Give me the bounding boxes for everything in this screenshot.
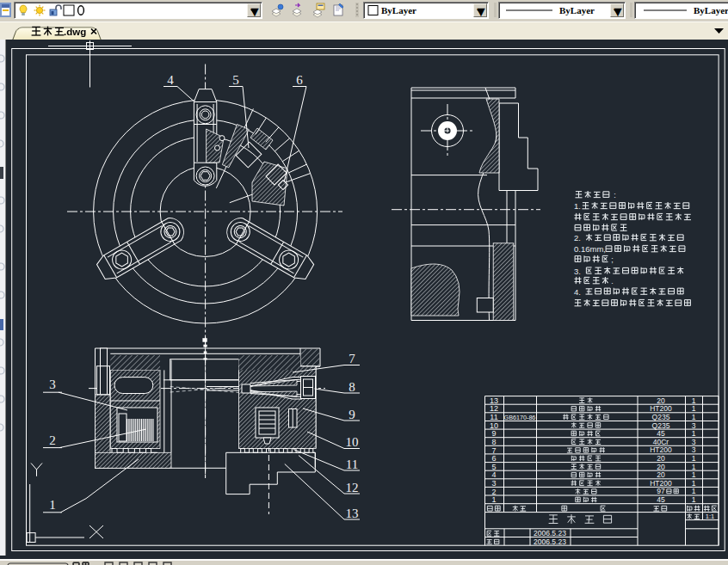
svg-text:2006.5.23: 2006.5.23: [534, 537, 566, 546]
svg-text:9: 9: [491, 429, 496, 438]
svg-text:9: 9: [349, 408, 355, 421]
svg-text:11: 11: [490, 413, 497, 421]
svg-text:1: 1: [692, 413, 696, 421]
svg-text:13: 13: [346, 507, 359, 520]
svg-text:3: 3: [692, 438, 696, 446]
svg-text:2: 2: [491, 488, 496, 496]
svg-text:12: 12: [346, 481, 359, 494]
svg-text:1.: 1.: [574, 201, 581, 211]
svg-text:97: 97: [657, 487, 665, 495]
svg-text:Q235: Q235: [652, 421, 670, 430]
svg-text:HT200: HT200: [650, 479, 672, 488]
svg-text::: :: [614, 191, 616, 200]
svg-text:1: 1: [692, 404, 696, 413]
svg-text:2.: 2.: [574, 233, 581, 243]
svg-text:5: 5: [491, 463, 496, 471]
svg-text:8: 8: [491, 438, 496, 446]
svg-text:1: 1: [692, 454, 696, 463]
svg-text:11: 11: [346, 458, 358, 471]
svg-text:12: 12: [490, 404, 498, 413]
svg-text:1:1: 1:1: [706, 513, 714, 520]
svg-text:4.: 4.: [574, 287, 581, 297]
svg-text:4: 4: [491, 470, 496, 479]
svg-text:10: 10: [490, 421, 498, 430]
svg-text:.: .: [611, 277, 614, 286]
svg-text:1: 1: [692, 429, 696, 438]
svg-text:8: 8: [349, 380, 355, 394]
svg-text:1: 1: [692, 487, 696, 495]
svg-text:3.: 3.: [574, 267, 581, 276]
svg-text:10: 10: [346, 435, 359, 449]
svg-text:7: 7: [349, 352, 355, 365]
svg-text:2: 2: [49, 433, 56, 447]
svg-text:4: 4: [167, 73, 174, 87]
svg-text:20: 20: [657, 396, 665, 405]
svg-text:1: 1: [692, 479, 696, 488]
svg-text:1: 1: [491, 495, 496, 504]
svg-text:40Cr: 40Cr: [653, 438, 669, 446]
svg-text:45: 45: [657, 495, 665, 504]
svg-text:6: 6: [491, 454, 496, 463]
svg-text:ByLayer: ByLayer: [694, 5, 728, 15]
svg-text:1: 1: [692, 463, 696, 471]
svg-text:;: ;: [611, 255, 614, 264]
svg-text:1: 1: [692, 396, 696, 405]
svg-text:ByLayer: ByLayer: [381, 5, 416, 15]
svg-text:1: 1: [692, 470, 696, 479]
svg-text:7: 7: [491, 446, 496, 455]
svg-text:HT200: HT200: [650, 404, 672, 413]
svg-text:45: 45: [657, 429, 665, 438]
svg-text:Q235: Q235: [652, 413, 670, 421]
svg-text:HT200: HT200: [650, 445, 672, 454]
svg-text:2006.5.23: 2006.5.23: [534, 529, 566, 537]
svg-text:6: 6: [296, 73, 303, 87]
svg-text:20: 20: [657, 454, 665, 463]
svg-text:3: 3: [491, 479, 496, 488]
svg-text:20: 20: [657, 470, 665, 479]
svg-text:1: 1: [49, 498, 56, 512]
svg-text:ByLayer: ByLayer: [559, 5, 595, 15]
svg-text:3: 3: [49, 378, 56, 391]
svg-text:5: 5: [232, 73, 239, 87]
svg-text:GB6170-86: GB6170-86: [504, 414, 536, 421]
svg-text:3: 3: [692, 421, 696, 430]
svg-text:1: 1: [692, 495, 696, 504]
svg-text:13: 13: [490, 396, 498, 405]
svg-text:.dwg: .dwg: [64, 27, 86, 37]
svg-text:3: 3: [692, 445, 696, 454]
svg-text:20: 20: [657, 463, 665, 471]
svg-text:0.16mm,: 0.16mm,: [574, 244, 606, 254]
